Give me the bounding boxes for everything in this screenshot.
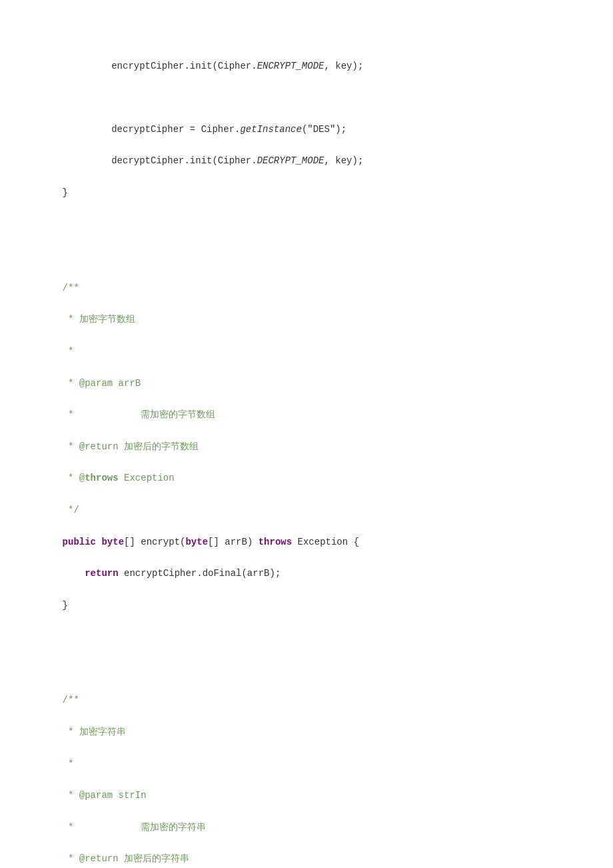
comment-line: * 需加密的字节数组 xyxy=(40,407,573,423)
comment-line: * 需加密的字符串 xyxy=(40,820,573,836)
comment-line: /** xyxy=(40,693,573,709)
comment-line: * xyxy=(40,757,573,773)
comment-line: * @param strIn xyxy=(40,788,573,804)
code-line: public byte[] encrypt(byte[] arrB) throw… xyxy=(40,535,573,551)
code-line xyxy=(40,629,573,645)
code-line: decryptCipher.init(Cipher.DECRYPT_MODE, … xyxy=(40,153,573,169)
comment-line: * @return 加密后的字节数组 xyxy=(40,439,573,455)
code-line xyxy=(40,249,573,265)
comment-line: * @param arrB xyxy=(40,376,573,392)
comment-line: /** xyxy=(40,281,573,297)
code-line: decryptCipher = Cipher.getInstance("DES"… xyxy=(40,122,573,138)
comment-line: */ xyxy=(40,503,573,519)
comment-line: * @throws Exception xyxy=(40,471,573,487)
code-line: return encryptCipher.doFinal(arrB); xyxy=(40,566,573,582)
code-line xyxy=(40,661,573,677)
code-line: } xyxy=(40,185,573,201)
code-line: } xyxy=(40,598,573,614)
comment-line: * xyxy=(40,344,573,360)
code-line xyxy=(40,90,573,106)
code-line xyxy=(40,217,573,233)
code-line: encryptCipher.init(Cipher.ENCRYPT_MODE, … xyxy=(40,59,573,75)
comment-line: * 加密字符串 xyxy=(40,725,573,741)
comment-line: * 加密字节数组 xyxy=(40,312,573,328)
code-viewer: encryptCipher.init(Cipher.ENCRYPT_MODE, … xyxy=(40,27,573,868)
comment-line: * @return 加密后的字符串 xyxy=(40,851,573,867)
